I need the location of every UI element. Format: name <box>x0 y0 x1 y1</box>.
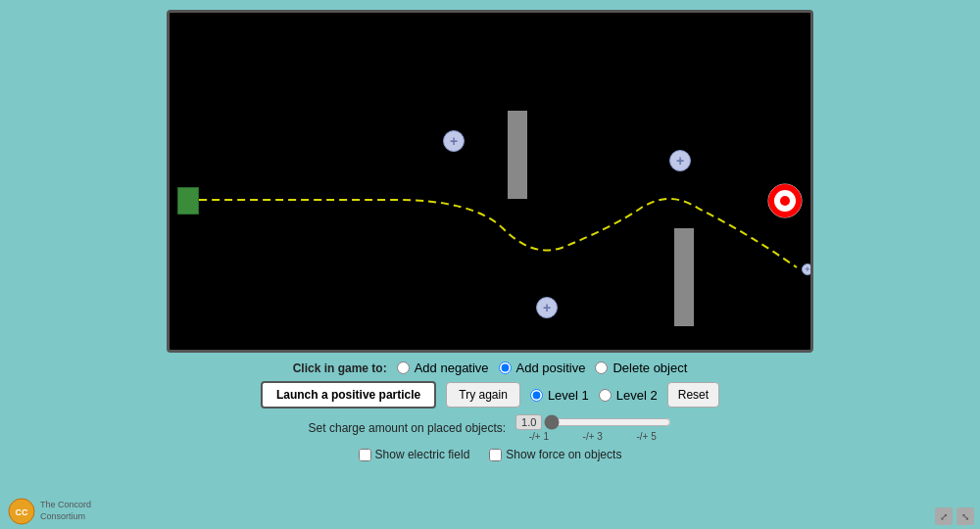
charge-label: Set charge amount on placed objects: <box>309 421 506 435</box>
show-electric-field-option[interactable]: Show electric field <box>359 448 470 461</box>
slider-min: -/+ 1 <box>529 431 549 442</box>
trajectory-svg <box>170 13 810 350</box>
slider-wrapper: 1.0 -/+ 1 -/+ 3 -/+ 5 <box>514 414 671 442</box>
checkbox-row: Show electric field Show force on object… <box>167 448 813 461</box>
level2-label: Level 2 <box>616 388 658 403</box>
org-name: The Concord <box>40 500 91 511</box>
particle-1[interactable]: + <box>443 130 465 152</box>
svg-point-3 <box>780 196 790 206</box>
level1-option[interactable]: Level 1 <box>530 388 589 403</box>
delete-object-label: Delete object <box>612 361 687 375</box>
slider-mid: -/+ 3 <box>583 431 603 442</box>
concord-logo: CC <box>8 498 35 525</box>
game-canvas[interactable]: + + + + <box>167 10 813 353</box>
add-positive-option[interactable]: Add positive <box>499 361 586 375</box>
add-negative-radio[interactable] <box>397 361 410 374</box>
expand-icon-2[interactable]: ⤡ <box>956 507 974 525</box>
launcher <box>177 187 199 215</box>
particle-4: + <box>802 264 813 275</box>
target-bullseye <box>767 183 803 221</box>
buttons-row: Launch a positive particle Try again Lev… <box>167 381 813 409</box>
show-electric-field-label: Show electric field <box>375 448 470 461</box>
wall-1 <box>508 111 527 199</box>
try-again-button[interactable]: Try again <box>446 382 520 408</box>
delete-object-option[interactable]: Delete object <box>595 361 687 375</box>
level2-option[interactable]: Level 2 <box>599 388 658 403</box>
add-positive-label: Add positive <box>516 361 586 375</box>
expand-icon-1[interactable]: ⤢ <box>935 507 953 525</box>
charge-slider[interactable] <box>544 414 671 430</box>
click-options-row: Click in game to: Add negative Add posit… <box>167 361 813 375</box>
level2-radio[interactable] <box>599 389 612 402</box>
org-sub: Consortium <box>40 511 91 523</box>
delete-radio[interactable] <box>595 361 608 374</box>
expand-icons: ⤢ ⤡ <box>935 507 974 525</box>
add-positive-radio[interactable] <box>499 361 512 374</box>
show-force-checkbox[interactable] <box>489 449 502 461</box>
controls-panel: Click in game to: Add negative Add posit… <box>167 361 813 461</box>
launch-button[interactable]: Launch a positive particle <box>261 381 436 409</box>
show-force-label: Show force on objects <box>506 448 621 461</box>
wall-2 <box>674 228 694 326</box>
svg-text:CC: CC <box>16 507 28 517</box>
particle-3[interactable]: + <box>536 297 558 318</box>
click-in-game-label: Click in game to: <box>293 361 387 375</box>
reset-button[interactable]: Reset <box>667 382 719 408</box>
slider-track: 1.0 <box>514 414 671 430</box>
charge-row: Set charge amount on placed objects: 1.0… <box>167 414 813 442</box>
show-force-option[interactable]: Show force on objects <box>489 448 621 461</box>
add-negative-label: Add negative <box>415 361 489 375</box>
footer: CC The Concord Consortium <box>8 498 91 525</box>
footer-text: The Concord Consortium <box>40 500 91 522</box>
slider-max: -/+ 5 <box>636 431 656 442</box>
show-electric-field-checkbox[interactable] <box>359 449 371 461</box>
add-negative-option[interactable]: Add negative <box>397 361 489 375</box>
particle-2[interactable]: + <box>669 150 691 171</box>
main-container: + + + + Click in game to: Add negative <box>0 0 980 461</box>
level1-radio[interactable] <box>530 389 543 402</box>
level1-label: Level 1 <box>548 388 589 403</box>
slider-value: 1.0 <box>515 414 542 430</box>
slider-labels: -/+ 1 -/+ 3 -/+ 5 <box>529 431 657 442</box>
